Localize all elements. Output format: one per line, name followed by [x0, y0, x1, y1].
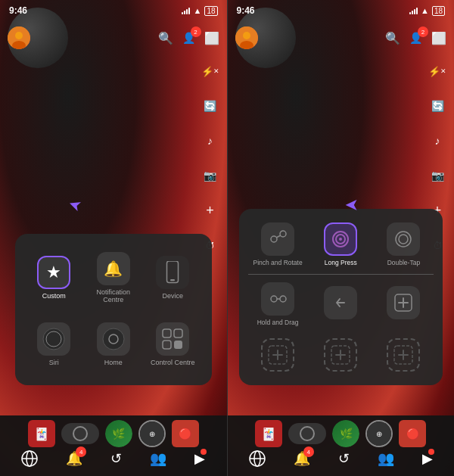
svg-point-26: [399, 235, 408, 244]
menu-siri[interactable]: Siri: [27, 316, 81, 373]
menu-grid-left: ★ Custom 🔔 Notification Centre: [27, 246, 200, 373]
nav-loop-right[interactable]: ↺: [338, 450, 350, 467]
menu-notification[interactable]: 🔔 Notification Centre: [87, 246, 141, 311]
search-btn-left[interactable]: 🔍: [158, 31, 173, 45]
camera-icon-right[interactable]: 📷: [427, 165, 448, 186]
play-badge-left: [201, 449, 207, 455]
nav-notifications-left[interactable]: 🔔 4: [66, 450, 82, 467]
flip-icon-right[interactable]: 🔄: [427, 95, 448, 117]
top-icons-left: 🔍 👤 + 2 ⬜: [158, 31, 219, 45]
avatar-right[interactable]: [235, 26, 258, 49]
scroll-area-left: 🃏 🌿 ⊕ 🔴: [0, 415, 227, 447]
doubletap-icon: [387, 222, 420, 256]
flip-icon-left[interactable]: 🔄: [200, 95, 221, 117]
menu-control[interactable]: Control Centre: [146, 316, 200, 373]
svg-rect-11: [163, 341, 171, 349]
status-bar-right: 9:46 ▲ 18: [228, 0, 455, 21]
menu-left: ★ Custom 🔔 Notification Centre: [15, 234, 212, 385]
loop-icon-right: ↺: [338, 450, 350, 467]
music-icon-right[interactable]: ♪: [427, 130, 448, 151]
nav-contacts-right[interactable]: 👥: [378, 450, 394, 467]
nav-contacts-left[interactable]: 👥: [150, 450, 166, 467]
holddrag-icon: [261, 282, 294, 316]
shortcuts-menu-right: Pinch and Rotate Long Press: [239, 209, 443, 385]
nav-grid-right[interactable]: [249, 450, 266, 467]
purple-arrow-right: ➤: [345, 195, 359, 215]
time-left: 9:46: [9, 5, 27, 16]
shortcut-empty-1[interactable]: [248, 334, 308, 376]
camera-icon-left[interactable]: 📷: [200, 165, 221, 186]
nav-play-right[interactable]: ▶: [422, 450, 433, 467]
flash-icon-right[interactable]: ⚡✕: [427, 61, 448, 82]
nav-loop-left[interactable]: ↺: [110, 450, 122, 467]
loop-icon-left: ↺: [110, 450, 122, 467]
menu-device-label: Device: [162, 292, 183, 300]
svg-point-19: [271, 236, 277, 242]
top-bar-right: 🔍 👤 + 2 ⬜: [228, 21, 455, 54]
scroll-item-4[interactable]: 🔴: [172, 420, 199, 447]
scan-btn-right[interactable]: ⬜: [431, 31, 446, 45]
add-icon-left[interactable]: +: [200, 200, 221, 221]
nav-play-left[interactable]: ▶: [194, 450, 205, 467]
time-right: 9:46: [237, 5, 255, 16]
scan-btn-left[interactable]: ⬜: [204, 31, 219, 45]
right-panel: 9:46 ▲ 18 🔍 👤 +: [228, 0, 455, 476]
scroll-item-2[interactable]: 🌿: [105, 420, 132, 447]
svg-point-17: [243, 32, 250, 39]
scan-icon-left: ⬜: [204, 32, 219, 45]
pinch-label: Pinch and Rotate: [253, 259, 302, 266]
menu-notification-label: Notification Centre: [90, 288, 138, 305]
scroll-item-1[interactable]: 🃏: [28, 420, 55, 447]
scroll-thumb-right[interactable]: [288, 423, 326, 444]
scan-icon-right: ⬜: [431, 32, 446, 45]
bottom-nav-left: 🔔 4 ↺ 👥 ▶: [0, 447, 227, 476]
shortcuts-row3: [248, 334, 434, 376]
shortcut-plusbox[interactable]: [374, 278, 434, 331]
shortcut-holddrag[interactable]: Hold and Drag: [248, 278, 308, 331]
music-icon-left[interactable]: ♪: [200, 130, 221, 151]
avatar-left[interactable]: [8, 26, 30, 49]
signal-left: [182, 7, 190, 14]
nav-grid-left[interactable]: [21, 450, 38, 467]
top-icons-right: 🔍 👤 + 2 ⬜: [385, 31, 446, 45]
contacts-icon-right: 👥: [378, 450, 394, 467]
status-icons-right: ▲ 18: [409, 6, 445, 16]
menu-device[interactable]: Device: [146, 246, 200, 311]
top-bar-left: 🔍 👤 + 2 ⬜: [0, 21, 227, 54]
add-friend-btn-right[interactable]: 👤 + 2: [409, 31, 422, 45]
svg-point-20: [280, 231, 286, 237]
notif-badge-left: 4: [76, 446, 86, 457]
shortcut-pinch[interactable]: Pinch and Rotate: [248, 218, 308, 271]
menu-siri-label: Siri: [49, 359, 59, 367]
scroll-thumb-left[interactable]: [61, 423, 99, 444]
svg-rect-9: [163, 329, 171, 338]
nav-notifications-right[interactable]: 🔔 4: [294, 450, 310, 467]
friend-badge-right: 2: [418, 26, 428, 37]
left-panel: 9:46 ▲ 18 🔍 👤 +: [0, 0, 227, 476]
svg-rect-4: [170, 279, 175, 281]
empty-icon-2: [324, 338, 357, 372]
shortcut-empty-3[interactable]: [374, 334, 434, 376]
menu-custom[interactable]: ★ Custom: [27, 246, 81, 311]
add-friend-btn-left[interactable]: 👤 + 2: [182, 31, 195, 45]
shortcut-doubletap[interactable]: Double-Tap: [374, 218, 434, 271]
friend-badge-left: 2: [191, 26, 201, 37]
flash-icon-left[interactable]: ⚡✕: [200, 61, 221, 82]
right-sidebar-left: ⚡✕ 🔄 ♪ 📷 + ⏱: [200, 61, 221, 256]
shortcut-longpress[interactable]: Long Press: [311, 218, 371, 271]
scroll-item-r4[interactable]: 🔴: [399, 420, 426, 447]
shortcut-back[interactable]: [311, 278, 371, 331]
status-bar-left: 9:46 ▲ 18: [0, 0, 227, 21]
search-btn-right[interactable]: 🔍: [385, 31, 400, 45]
scroll-item-r2[interactable]: 🌿: [332, 420, 359, 447]
contacts-icon-left: 👥: [150, 450, 166, 467]
longpress-icon: [324, 222, 357, 256]
bottom-nav-right: 🔔 4 ↺ 👥 ▶: [228, 447, 455, 476]
battery-right: 18: [432, 6, 445, 16]
scroll-item-3[interactable]: ⊕: [138, 420, 166, 447]
scroll-item-r3[interactable]: ⊕: [365, 420, 393, 447]
scroll-item-r1[interactable]: 🃏: [255, 420, 282, 447]
menu-home[interactable]: Home: [87, 316, 141, 373]
wifi-icon-right: ▲: [421, 6, 429, 15]
shortcut-empty-2[interactable]: [311, 334, 371, 376]
